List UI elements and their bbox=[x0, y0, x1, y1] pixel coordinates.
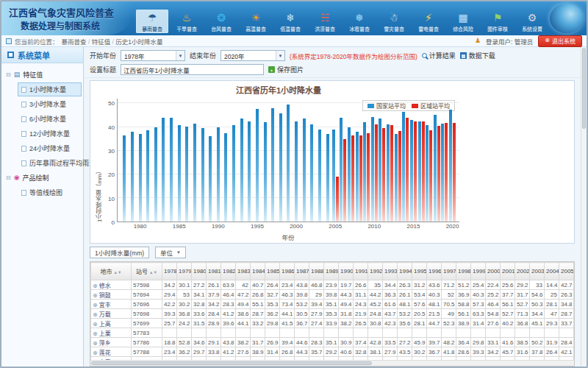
calc-result-button[interactable]: 计算结果 bbox=[422, 51, 456, 60]
value-cell bbox=[486, 328, 501, 338]
tree-group-产品绘制[interactable]: ⊟◉产品绘制 bbox=[3, 171, 82, 185]
breadcrumb-item[interactable]: 特征值 bbox=[92, 38, 111, 46]
bar-group-2002 bbox=[308, 99, 316, 222]
table-header-year-2004[interactable]: 2004 bbox=[545, 263, 559, 280]
table-header-year-1981[interactable]: 1981 bbox=[207, 263, 221, 280]
vertical-scrollbar-thumb[interactable] bbox=[582, 48, 586, 129]
table-header-year-1993[interactable]: 1993 bbox=[383, 263, 398, 280]
table-header-year-1985[interactable]: 1985 bbox=[265, 263, 280, 280]
table-header-year-2002[interactable]: 2002 bbox=[515, 263, 530, 280]
toolbar-item-settings[interactable]: ⚙系统设置 bbox=[516, 10, 548, 33]
table-header-year-1990[interactable]: 1990 bbox=[339, 263, 354, 280]
sidebar-item-24小时降水量[interactable]: 24小时降水量 bbox=[18, 141, 82, 155]
table-header-year-1992[interactable]: 1992 bbox=[368, 263, 383, 280]
table-header-year-1983[interactable]: 1983 bbox=[236, 263, 251, 280]
value-cell: 53.4 bbox=[412, 290, 427, 300]
table-header-year-1982[interactable]: 1982 bbox=[221, 263, 236, 280]
table-header-station[interactable]: 站号▲▼ bbox=[132, 263, 162, 280]
sidebar-item-等值线绘图[interactable]: 等值线绘图 bbox=[18, 185, 82, 199]
table-header-year-1998[interactable]: 1998 bbox=[456, 263, 471, 280]
value-cell: 45.2 bbox=[368, 300, 383, 309]
table-header-year-1997[interactable]: 1997 bbox=[442, 263, 456, 280]
toolbar-item-typhoon[interactable]: ❂台风普查 bbox=[205, 10, 237, 33]
sort-icon[interactable]: ▲▼ bbox=[114, 270, 122, 275]
expand-icon[interactable]: ⊟ bbox=[6, 72, 11, 78]
table-header-year-1996[interactable]: 1996 bbox=[427, 263, 442, 280]
expand-row-icon[interactable]: ⊕ bbox=[93, 311, 98, 318]
station-number-cell: 57788 bbox=[132, 347, 162, 357]
toolbar-item-map-review[interactable]: ⚑图件审核 bbox=[481, 10, 514, 33]
value-cell: 29.8 bbox=[471, 338, 486, 347]
value-cell: 36.2 bbox=[177, 347, 192, 357]
value-cell: 41.2 bbox=[221, 347, 236, 357]
table-header-year-1989[interactable]: 1989 bbox=[324, 263, 339, 280]
toolbar-item-composite-risk[interactable]: ▦综合风险 bbox=[447, 10, 479, 33]
expand-row-icon[interactable]: ⊕ bbox=[93, 340, 98, 347]
value-cell: 32.7 bbox=[265, 290, 280, 300]
table-header-year-2003[interactable]: 2003 bbox=[530, 263, 545, 280]
table-header-year-2001[interactable]: 2001 bbox=[501, 263, 515, 280]
expand-row-icon[interactable]: ⊕ bbox=[93, 350, 98, 356]
tree-group-特征值[interactable]: ⊟▤特征值 bbox=[3, 68, 82, 82]
value-cell: 44.1 bbox=[280, 309, 295, 319]
toolbar-item-high-temp[interactable]: ☀高温普查 bbox=[240, 10, 272, 33]
sidebar-item-1小时降水量[interactable]: 1小时降水量 bbox=[18, 82, 82, 96]
chart-title-input[interactable] bbox=[121, 64, 264, 75]
table-header-year-1991[interactable]: 1991 bbox=[354, 263, 368, 280]
value-cell: 42.1 bbox=[559, 347, 574, 357]
value-cell bbox=[530, 328, 545, 338]
sort-icon[interactable]: ▲▼ bbox=[149, 270, 157, 275]
table-controls: 1小时降水量(mm) 单位 ▼ bbox=[90, 247, 575, 261]
breadcrumb-item[interactable]: 历史1小时降水量 bbox=[115, 38, 162, 46]
bar-group-2007 bbox=[347, 99, 355, 222]
table-header-year-1978[interactable]: 1978 bbox=[162, 263, 177, 280]
table-header-year-1979[interactable]: 1979 bbox=[177, 263, 192, 280]
bar-national-1984 bbox=[170, 118, 173, 222]
table-header-year-2006[interactable]: 2006 bbox=[574, 263, 576, 280]
table-header-year-2005[interactable]: 2005 bbox=[559, 263, 574, 280]
toolbar-item-rainstorm[interactable]: ☂暴雨普查 bbox=[136, 10, 168, 33]
bar-group-1992 bbox=[230, 99, 238, 222]
sidebar-item-12小时降水量[interactable]: 12小时降水量 bbox=[18, 127, 82, 141]
table-header-city[interactable]: 地市▲▼ bbox=[91, 263, 132, 280]
toolbar-item-drought[interactable]: ♨干旱普查 bbox=[171, 10, 203, 33]
breadcrumb-item[interactable]: 暴雨普查 bbox=[62, 38, 87, 46]
horizontal-scrollbar-thumb[interactable] bbox=[91, 361, 372, 365]
sidebar-item-历年暴雨过程平均雨量[interactable]: 历年暴雨过程平均雨量 bbox=[18, 156, 82, 170]
bar-group-2000: 2000 bbox=[293, 99, 301, 222]
toolbar-item-lightning[interactable]: ⚡雷电普查 bbox=[412, 10, 445, 33]
table-header-year-1994[interactable]: 1994 bbox=[398, 263, 412, 280]
expand-row-icon[interactable]: ⊕ bbox=[93, 283, 98, 289]
start-year-select[interactable]: 1978年 ▼ bbox=[121, 50, 185, 61]
vertical-scrollbar[interactable] bbox=[581, 47, 587, 367]
horizontal-scrollbar[interactable] bbox=[90, 360, 575, 367]
expand-row-icon[interactable]: ⊕ bbox=[93, 321, 98, 328]
end-year-select[interactable]: 2020年 ▼ bbox=[220, 50, 285, 61]
table-header-year-1987[interactable]: 1987 bbox=[295, 263, 309, 280]
toolbar-item-flood[interactable]: ☵洪涝普查 bbox=[309, 10, 341, 33]
value-cell: 45.7 bbox=[501, 347, 515, 357]
table-header-year-1986[interactable]: 1986 bbox=[280, 263, 295, 280]
table-header-year-1988[interactable]: 1988 bbox=[309, 263, 324, 280]
lightning-icon: ⚡ bbox=[420, 11, 437, 24]
measure-select[interactable]: 1小时降水量(mm) bbox=[90, 247, 149, 258]
sidebar-item-3小时降水量[interactable]: 3小时降水量 bbox=[18, 97, 82, 111]
expand-icon[interactable]: ⊟ bbox=[6, 175, 11, 181]
expand-row-icon[interactable]: ⊕ bbox=[93, 302, 98, 308]
toolbar-item-hail[interactable]: ❅冰雹普查 bbox=[343, 10, 376, 33]
expand-row-icon[interactable]: ⊕ bbox=[93, 330, 98, 337]
expand-row-icon[interactable]: ⊕ bbox=[93, 292, 98, 299]
toolbar-item-low-temp[interactable]: ❄低温普查 bbox=[274, 10, 306, 33]
table-header-year-1980[interactable]: 1980 bbox=[192, 263, 207, 280]
table-header-year-1995[interactable]: 1995 bbox=[412, 263, 427, 280]
sidebar-item-6小时降水量[interactable]: 6小时降水量 bbox=[18, 112, 82, 126]
toolbar-item-snow[interactable]: ☃雪灾普查 bbox=[378, 10, 410, 33]
table-header-year-2000[interactable]: 2000 bbox=[486, 263, 501, 280]
table-header-year-1984[interactable]: 1984 bbox=[251, 263, 265, 280]
unit-select[interactable]: 单位 ▼ bbox=[155, 247, 186, 258]
data-download-button[interactable]: 数据下载 bbox=[460, 51, 495, 60]
value-cell: 21.9 bbox=[354, 309, 368, 319]
table-header-year-1999[interactable]: 1999 bbox=[471, 263, 486, 280]
exit-system-button[interactable]: ⊗ 退出系统 bbox=[538, 35, 582, 47]
save-image-button[interactable]: 保存图片 bbox=[268, 65, 304, 74]
